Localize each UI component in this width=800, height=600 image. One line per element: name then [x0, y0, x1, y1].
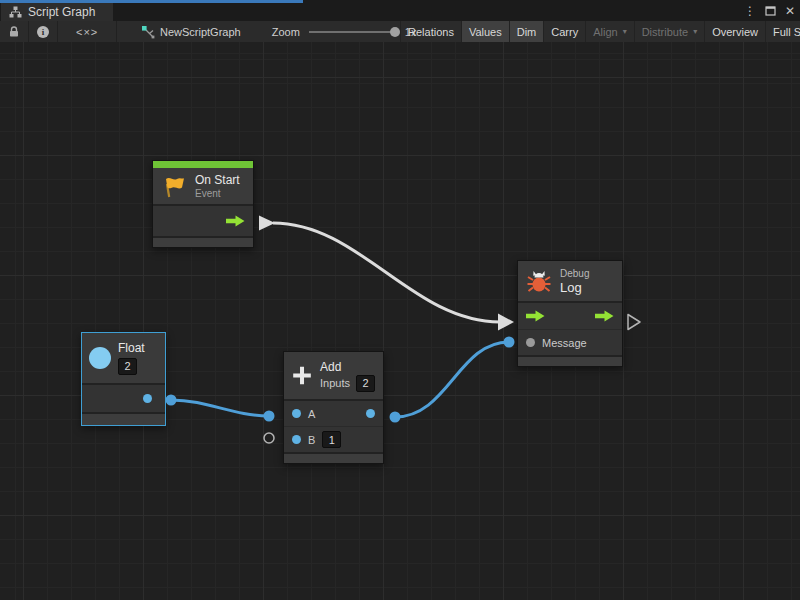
maximize-icon[interactable] — [765, 5, 776, 16]
overview-button[interactable]: Overview — [704, 21, 765, 42]
toolbar-middle-group: NewScriptGraph Zoom 1x — [141, 21, 416, 42]
b-value-field[interactable]: 1 — [322, 431, 341, 448]
window-controls: ⋮ ✕ — [744, 1, 795, 20]
node-footer — [82, 412, 165, 425]
node-title: Log — [560, 280, 589, 295]
port-label-message: Message — [542, 337, 587, 349]
node-body — [153, 204, 253, 236]
tab-title: Script Graph — [28, 5, 95, 19]
node-footer — [518, 355, 622, 366]
control-output-port[interactable] — [595, 310, 614, 322]
port-label-b: B — [308, 434, 315, 446]
node-title: Add — [320, 360, 375, 374]
wires-layer — [0, 42, 800, 600]
control-input-port[interactable] — [526, 310, 545, 322]
node-header: On Start Event — [153, 168, 253, 204]
float-value-field[interactable]: 2 — [118, 358, 137, 375]
plus-icon — [292, 363, 312, 388]
hierarchy-icon — [9, 6, 22, 18]
bug-icon — [526, 268, 552, 294]
node-footer — [284, 452, 383, 463]
wire-arrowhead — [498, 314, 514, 331]
flag-icon — [161, 174, 187, 198]
node-debug-log[interactable]: Debug Log Message — [517, 260, 623, 367]
node-header: Debug Log — [518, 261, 622, 301]
port-label-a: A — [308, 408, 315, 420]
node-title: Float — [118, 341, 145, 355]
unconnected-output-indicator[interactable] — [628, 315, 640, 330]
tab-script-graph[interactable]: Script Graph — [1, 3, 113, 21]
wire-endpoint — [504, 337, 515, 348]
node-header: Add Inputs 2 — [284, 352, 383, 399]
wire-add-to-log-message[interactable] — [395, 342, 509, 417]
graph-toolbar: i <×> NewScriptGraph Zoom 1x Relations V… — [0, 21, 800, 43]
values-button[interactable]: Values — [461, 21, 509, 42]
graph-canvas[interactable]: On Start Event — [0, 42, 800, 600]
node-body: Message — [518, 301, 622, 355]
wire-endpoint — [390, 412, 401, 423]
lock-button[interactable] — [0, 21, 29, 42]
dim-button[interactable]: Dim — [509, 21, 544, 42]
node-header: Float 2 — [82, 333, 165, 383]
carry-button[interactable]: Carry — [543, 21, 585, 42]
node-subtitle: Event — [195, 188, 240, 199]
control-output-port[interactable] — [226, 215, 245, 227]
distribute-dropdown[interactable]: Distribute▾ — [634, 21, 704, 42]
script-graph-window: Script Graph ⋮ ✕ i <×> — [0, 0, 800, 600]
message-input-port[interactable] — [526, 338, 535, 347]
node-footer — [153, 236, 253, 247]
float-output-port[interactable] — [143, 394, 152, 403]
wire-endpoint — [166, 395, 177, 406]
edit-code-button[interactable]: <×> — [58, 21, 117, 42]
kebab-menu-icon[interactable]: ⋮ — [744, 5, 756, 17]
zoom-label: Zoom — [272, 26, 300, 38]
inputs-count-field[interactable]: 2 — [356, 375, 375, 392]
code-icon: <×> — [76, 26, 98, 38]
add-input-a-port[interactable] — [292, 409, 301, 418]
inputs-label: Inputs — [320, 377, 350, 389]
node-kicker: Debug — [560, 268, 589, 279]
relations-button[interactable]: Relations — [400, 21, 461, 42]
node-body: A B 1 — [284, 399, 383, 452]
lock-icon — [8, 25, 20, 38]
node-title: On Start — [195, 173, 240, 187]
close-icon[interactable]: ✕ — [785, 5, 795, 17]
wire-start-cap — [259, 216, 275, 231]
node-add[interactable]: Add Inputs 2 A B 1 — [283, 351, 384, 464]
node-body — [82, 383, 165, 412]
wire-endpoint — [264, 411, 275, 422]
zoom-slider-track — [309, 31, 397, 33]
info-icon: i — [37, 26, 49, 38]
node-on-start[interactable]: On Start Event — [152, 160, 254, 248]
wire-float-to-add-a[interactable] — [171, 400, 269, 416]
toolbar-right-group: Relations Values Dim Carry Align▾ Distri… — [400, 21, 800, 42]
inspect-button[interactable]: i — [29, 21, 58, 42]
zoom-slider[interactable] — [309, 27, 397, 37]
chevron-down-icon: ▾ — [693, 27, 697, 36]
wire-onstart-to-log[interactable] — [273, 223, 500, 322]
event-green-bar — [153, 161, 253, 168]
full-screen-button[interactable]: Full Screen — [765, 21, 800, 42]
node-float[interactable]: Float 2 — [81, 332, 166, 426]
add-output-port[interactable] — [366, 409, 375, 418]
toolbar-left-group: i <×> — [0, 21, 117, 42]
zoom-slider-handle[interactable] — [390, 27, 400, 37]
float-type-icon — [89, 347, 111, 369]
add-input-b-port[interactable] — [292, 435, 301, 444]
unconnected-input-indicator[interactable] — [264, 433, 274, 443]
chevron-down-icon: ▾ — [623, 27, 627, 36]
script-graph-icon — [141, 25, 155, 39]
graph-name[interactable]: NewScriptGraph — [160, 26, 241, 38]
tab-bar: Script Graph ⋮ ✕ — [0, 0, 800, 21]
align-dropdown[interactable]: Align▾ — [585, 21, 633, 42]
